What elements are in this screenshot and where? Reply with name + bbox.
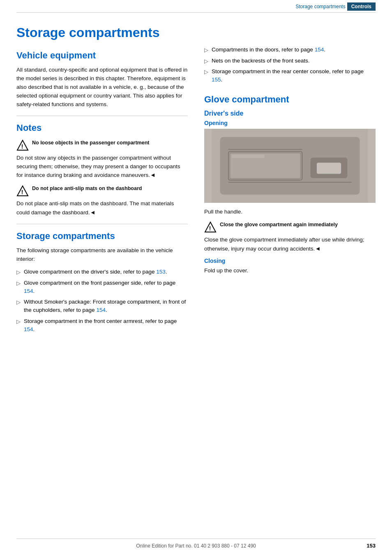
list-item-text: Compartments in the doors, refer to page…	[212, 46, 325, 54]
link-154d[interactable]: 154	[315, 46, 324, 53]
storage-compartments-intro: The following storage compartments are a…	[16, 246, 188, 264]
warning-icon-3: !	[204, 221, 217, 233]
link-155[interactable]: 155	[212, 77, 221, 83]
link-153[interactable]: 153	[156, 269, 166, 275]
glove-compartment-heading: Glove compartment	[204, 94, 376, 105]
warning-block-2: ! Do not place anti-slip mats on the das…	[16, 184, 188, 197]
list-item-text: Glove compartment on the driver's side, …	[24, 268, 167, 276]
opening-heading: Opening	[204, 120, 376, 126]
list-arrow: ▷	[204, 68, 208, 76]
warning-icon-1: !	[16, 139, 29, 151]
list-item: ▷ Storage compartment in the rear center…	[204, 67, 376, 84]
warning-icon-2: !	[16, 185, 29, 197]
list-item-text: Without Smoker's package: Front storage …	[24, 298, 188, 315]
list-item-text: Storage compartment in the front center …	[24, 317, 188, 334]
storage-compartments-heading: Storage compartments	[16, 231, 188, 241]
end-marker-1: ◄	[150, 172, 156, 178]
breadcrumb-active: Controls	[347, 2, 376, 11]
link-154b[interactable]: 154	[96, 307, 106, 313]
right-storage-list: ▷ Compartments in the doors, refer to pa…	[204, 46, 376, 84]
list-item: ▷ Storage compartment in the front cente…	[16, 317, 188, 334]
list-item-text: Storage compartment in the rear center c…	[212, 67, 376, 84]
footer: Online Edition for Part no. 01 40 2 903 …	[16, 538, 376, 549]
end-marker-3: ◄	[315, 245, 321, 252]
warning-block-1: ! No loose objects in the passenger comp…	[16, 138, 188, 151]
warning-3-body: Close the glove compartment immediately …	[204, 236, 376, 253]
svg-text:!: !	[21, 189, 23, 195]
warning-1-body: Do not stow any objects in the passenger…	[16, 154, 188, 180]
list-item: ▷ Compartments in the doors, refer to pa…	[204, 46, 376, 54]
warning-1-title: No loose objects in the passenger compar…	[32, 138, 149, 146]
divider-1	[16, 116, 188, 116]
list-arrow: ▷	[16, 268, 21, 276]
link-154a[interactable]: 154	[24, 288, 33, 294]
list-arrow: ▷	[204, 46, 208, 54]
notes-heading: Notes	[16, 123, 188, 133]
closing-body: Fold up the cover.	[204, 267, 376, 275]
list-arrow: ▷	[204, 57, 208, 65]
vehicle-equipment-heading: Vehicle equipment	[16, 50, 188, 61]
divider-2	[16, 224, 188, 224]
pull-handle-text: Pull the handle.	[204, 208, 376, 216]
list-item: ▷ Without Smoker's package: Front storag…	[16, 298, 188, 315]
svg-text:!: !	[21, 143, 23, 150]
warning-2-body: Do not place anti-slip mats on the dashb…	[16, 200, 188, 217]
list-item: ▷ Glove compartment on the front passeng…	[16, 279, 188, 296]
right-column: ▷ Compartments in the doors, refer to pa…	[204, 21, 376, 336]
left-column: Storage compartments Vehicle equipment A…	[16, 21, 188, 336]
closing-heading: Closing	[204, 258, 376, 264]
page-title: Storage compartments	[16, 21, 188, 40]
svg-rect-7	[317, 162, 341, 174]
warning-block-3: ! Close the glove compartment again imme…	[204, 220, 376, 233]
vehicle-equipment-body: All standard, country-specific and optio…	[16, 66, 188, 109]
list-item-text: Nets on the backrests of the front seats…	[212, 57, 310, 65]
storage-list: ▷ Glove compartment on the driver's side…	[16, 268, 188, 334]
list-arrow: ▷	[16, 279, 21, 288]
warning-3-title: Close the glove compartment again immedi…	[220, 220, 338, 227]
glove-compartment-image	[204, 129, 376, 203]
drivers-side-heading: Driver's side	[204, 110, 376, 117]
footer-text: Online Edition for Part no. 01 40 2 903 …	[136, 543, 256, 549]
warning-2-title: Do not place anti-slip mats on the dashb…	[32, 184, 142, 191]
link-154c[interactable]: 154	[24, 326, 33, 332]
list-arrow: ▷	[16, 318, 21, 326]
list-item: ▷ Nets on the backrests of the front sea…	[204, 57, 376, 65]
end-marker-2: ◄	[90, 209, 96, 216]
breadcrumb: Storage compartments Controls	[16, 0, 376, 13]
page-number: 153	[367, 543, 376, 549]
list-item: ▷ Glove compartment on the driver's side…	[16, 268, 188, 276]
svg-rect-12	[232, 155, 265, 158]
list-arrow: ▷	[16, 298, 21, 306]
svg-text:!: !	[209, 225, 211, 232]
list-item-text: Glove compartment on the front passenger…	[24, 279, 188, 296]
breadcrumb-section: Storage compartments	[295, 4, 345, 9]
